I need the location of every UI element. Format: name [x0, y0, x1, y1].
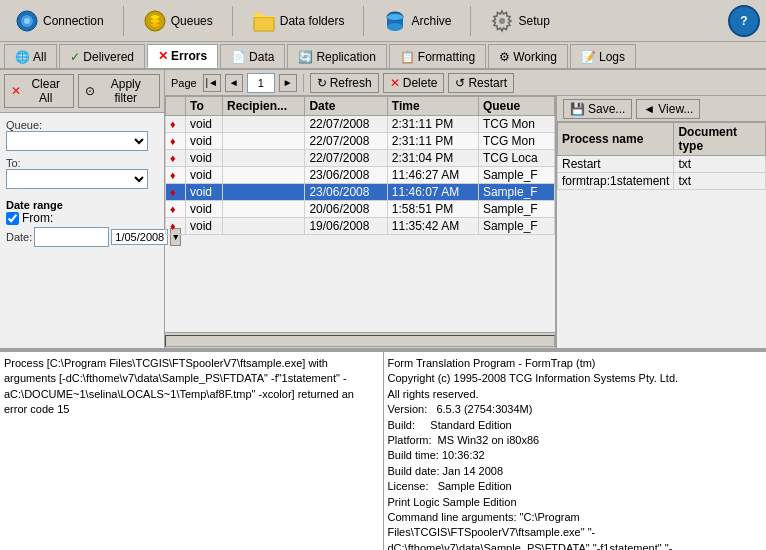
tab-data-label: Data: [249, 50, 274, 64]
data-folders-label: Data folders: [280, 14, 345, 28]
cell-queue: TCG Loca: [478, 150, 554, 167]
tab-logs-label: Logs: [599, 50, 625, 64]
cell-to: void: [186, 116, 223, 133]
from-checkbox[interactable]: [6, 212, 19, 225]
view-button[interactable]: ◄ View...: [636, 99, 700, 119]
view-icon: ◄: [643, 102, 655, 116]
replication-icon: 🔄: [298, 50, 313, 64]
col-queue[interactable]: Queue: [478, 97, 554, 116]
process-cell-document_type: txt: [674, 156, 766, 173]
bottom-right-text: Form Translation Program - FormTrap (tm)…: [388, 356, 763, 550]
tab-logs[interactable]: 📝 Logs: [570, 44, 636, 68]
clear-all-label: Clear All: [24, 77, 67, 105]
queues-button[interactable]: Queues: [134, 5, 222, 37]
tab-delivered[interactable]: ✓ Delivered: [59, 44, 145, 68]
col-time[interactable]: Time: [387, 97, 478, 116]
col-to[interactable]: [166, 97, 186, 116]
process-col-type[interactable]: Document type: [674, 123, 766, 156]
tab-formatting[interactable]: 📋 Formatting: [389, 44, 486, 68]
svg-point-9: [499, 18, 505, 24]
table-row[interactable]: ♦void22/07/20082:31:11 PMTCG Mon: [166, 133, 555, 150]
col-recipient[interactable]: Recipien...: [223, 97, 305, 116]
tab-all[interactable]: 🌐 All: [4, 44, 57, 68]
row-error-icon: ♦: [166, 167, 186, 184]
delete-button[interactable]: ✕ Delete: [383, 73, 445, 93]
col-date[interactable]: Date: [305, 97, 387, 116]
help-button[interactable]: ?: [728, 5, 760, 37]
table-row[interactable]: ♦void20/06/20081:58:51 PMSample_F: [166, 201, 555, 218]
to-select[interactable]: [6, 169, 148, 189]
clear-all-button[interactable]: ✕ Clear All: [4, 74, 74, 108]
date-range-label: Date range: [6, 199, 158, 211]
table-row[interactable]: ♦void22/07/20082:31:04 PMTCG Loca: [166, 150, 555, 167]
first-page-button[interactable]: |◄: [203, 74, 221, 92]
cell-recipient: [223, 218, 305, 235]
cell-date: 19/06/2008: [305, 218, 387, 235]
table-scroll[interactable]: To Recipien... Date Time Queue ♦void22/0…: [165, 96, 555, 332]
restart-icon: ↺: [455, 76, 465, 90]
queue-field-group: Queue:: [6, 119, 158, 151]
cell-recipient: [223, 116, 305, 133]
cell-queue: Sample_F: [478, 167, 554, 184]
sidebar-form: Queue: To: Date range: [0, 113, 164, 253]
process-cell-document_type: txt: [674, 173, 766, 190]
restart-button[interactable]: ↺ Restart: [448, 73, 514, 93]
upper-area: ✕ Clear All ⊙ Apply filter Queue: To:: [0, 70, 766, 350]
cell-queue: Sample_F: [478, 218, 554, 235]
save-button[interactable]: 💾 Save...: [563, 99, 632, 119]
apply-filter-button[interactable]: ⊙ Apply filter: [78, 74, 160, 108]
sidebar-toolbar: ✕ Clear All ⊙ Apply filter: [0, 70, 164, 113]
table-row[interactable]: ♦void22/07/20082:31:11 PMTCG Mon: [166, 116, 555, 133]
tab-working[interactable]: ⚙ Working: [488, 44, 568, 68]
tab-replication-label: Replication: [316, 50, 375, 64]
data-folders-button[interactable]: Data folders: [243, 5, 354, 37]
queue-label: Queue:: [6, 119, 158, 131]
tab-errors-label: Errors: [171, 49, 207, 63]
process-table-row[interactable]: Restarttxt: [558, 156, 766, 173]
bottom-split: Process [C:\Program Files\TCGIS\FTSpoole…: [0, 350, 766, 550]
page-number-input[interactable]: [247, 73, 275, 93]
cell-date: 22/07/2008: [305, 133, 387, 150]
queues-icon: [143, 9, 167, 33]
setup-button[interactable]: Setup: [481, 5, 558, 37]
tab-data[interactable]: 📄 Data: [220, 44, 285, 68]
delete-icon: ✕: [390, 76, 400, 90]
table-row[interactable]: ♦void23/06/200811:46:27 AMSample_F: [166, 167, 555, 184]
apply-filter-label: Apply filter: [98, 77, 153, 105]
horizontal-scrollbar[interactable]: [165, 332, 555, 348]
date-input[interactable]: [34, 227, 109, 247]
cell-recipient: [223, 133, 305, 150]
sidebar: ✕ Clear All ⊙ Apply filter Queue: To:: [0, 70, 165, 348]
process-table-row[interactable]: formtrap:1statementtxt: [558, 173, 766, 190]
separator: [232, 6, 233, 36]
queue-select[interactable]: [6, 131, 148, 151]
tab-errors[interactable]: ✕ Errors: [147, 44, 218, 68]
cell-date: 20/06/2008: [305, 201, 387, 218]
bottom-right-panel[interactable]: Form Translation Program - FormTrap (tm)…: [384, 352, 767, 550]
process-scroll[interactable]: Process name Document type Restarttxtfor…: [557, 122, 766, 348]
cell-to: void: [186, 133, 223, 150]
from-label: From:: [22, 211, 53, 225]
errors-icon: ✕: [158, 49, 168, 63]
connection-button[interactable]: Connection: [6, 5, 113, 37]
archive-button[interactable]: Archive: [374, 5, 460, 37]
next-page-button[interactable]: ►: [279, 74, 297, 92]
separator: [363, 6, 364, 36]
queue-row: [6, 131, 158, 151]
table-row[interactable]: ♦void19/06/200811:35:42 AMSample_F: [166, 218, 555, 235]
delete-label: Delete: [403, 76, 438, 90]
tab-replication[interactable]: 🔄 Replication: [287, 44, 386, 68]
prev-page-button[interactable]: ◄: [225, 74, 243, 92]
to-label: To:: [6, 157, 158, 169]
archive-icon: [383, 9, 407, 33]
bottom-left-panel[interactable]: Process [C:\Program Files\TCGIS\FTSpoole…: [0, 352, 384, 550]
logs-icon: 📝: [581, 50, 596, 64]
cell-date: 22/07/2008: [305, 116, 387, 133]
table-row[interactable]: ♦void23/06/200811:46:07 AMSample_F: [166, 184, 555, 201]
col-to-text[interactable]: To: [186, 97, 223, 116]
cell-recipient: [223, 201, 305, 218]
process-col-name[interactable]: Process name: [558, 123, 674, 156]
refresh-button[interactable]: ↻ Refresh: [310, 73, 379, 93]
right-area: Page |◄ ◄ ► ↻ Refresh ✕ Delete ↺ Restart: [165, 70, 766, 348]
save-label: Save...: [588, 102, 625, 116]
